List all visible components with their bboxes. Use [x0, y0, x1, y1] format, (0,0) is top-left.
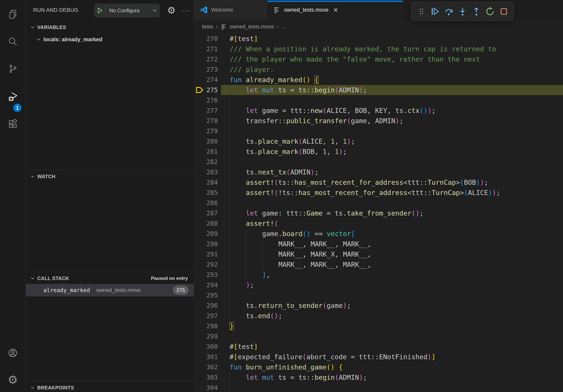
code-line[interactable]: 276: [194, 95, 563, 105]
line-number[interactable]: 290: [200, 239, 218, 249]
line-number[interactable]: 288: [200, 218, 218, 229]
debug-settings-gear-icon[interactable]: ⚙: [164, 3, 179, 18]
code-line[interactable]: 285assert!(!ts::has_most_recent_for_addr…: [194, 187, 563, 198]
account-icon[interactable]: [0, 342, 26, 364]
toolbar-drag-grip[interactable]: [416, 6, 426, 17]
line-number[interactable]: 298: [200, 321, 218, 331]
line-number[interactable]: 278: [200, 116, 218, 126]
code-line[interactable]: 290MARK__, MARK__, MARK__,: [194, 239, 563, 249]
line-number[interactable]: 277: [200, 105, 218, 116]
code-line[interactable]: 275let mut ts = ts::begin(ADMIN);: [194, 85, 563, 95]
line-number[interactable]: 272: [200, 54, 218, 64]
code-line[interactable]: 300#[test]: [194, 341, 563, 352]
line-number[interactable]: 287: [200, 208, 218, 218]
line-number[interactable]: 303: [200, 372, 218, 382]
code-line[interactable]: 279: [194, 126, 563, 136]
line-number[interactable]: 302: [200, 362, 218, 372]
code-line[interactable]: 302fun burn_unfinished_game() {: [194, 362, 563, 372]
line-number[interactable]: 281: [200, 146, 218, 157]
section-variables-header[interactable]: VARIABLES: [26, 22, 194, 32]
line-number[interactable]: 289: [200, 229, 218, 239]
restart-button[interactable]: [485, 6, 495, 17]
line-number[interactable]: 295: [200, 290, 218, 301]
section-breakpoints-header[interactable]: BREAKPOINTS: [26, 382, 194, 392]
code-line[interactable]: 273/// player.: [194, 64, 563, 75]
code-line[interactable]: 292MARK__, MARK__, MARK__,: [194, 259, 563, 270]
code-line[interactable]: 287let game: ttt::Game = ts.take_from_se…: [194, 208, 563, 218]
code-line[interactable]: 280ts.place_mark(ALICE, 1, 1);: [194, 136, 563, 146]
source-control-icon[interactable]: [0, 58, 26, 79]
code-line[interactable]: 284assert!(ts::has_most_recent_for_addre…: [194, 177, 563, 187]
section-callstack-header[interactable]: CALL STACK Paused on entry: [26, 273, 194, 283]
stop-button[interactable]: [499, 6, 509, 17]
line-number[interactable]: 282: [200, 157, 218, 167]
callstack-frame-row[interactable]: already_marked owned_tests.move 275: [26, 284, 194, 297]
line-number[interactable]: 293: [200, 270, 218, 280]
line-number[interactable]: 273: [200, 64, 218, 75]
settings-gear-icon[interactable]: ⚙: [0, 369, 26, 391]
line-number[interactable]: 292: [200, 259, 218, 270]
code-line[interactable]: 283ts.next_tx(ADMIN);: [194, 167, 563, 177]
section-watch-header[interactable]: WATCH: [26, 171, 194, 182]
run-debug-icon[interactable]: 1: [0, 86, 26, 108]
code-line[interactable]: 274fun already_marked() {: [194, 75, 563, 85]
line-number[interactable]: 296: [200, 301, 218, 311]
code-line[interactable]: 289game.board() == vector[: [194, 229, 563, 239]
line-number[interactable]: 301: [200, 352, 218, 362]
search-icon[interactable]: [0, 31, 26, 52]
breadcrumb-item-tests[interactable]: tests: [202, 24, 213, 30]
line-number[interactable]: 283: [200, 167, 218, 177]
breadcrumb-item-symbol[interactable]: ...: [282, 24, 286, 30]
code-line[interactable]: 270#[test]: [194, 34, 563, 44]
code-line[interactable]: 278transfer::public_transfer(game, ADMIN…: [194, 116, 563, 126]
code-line[interactable]: 303let mut ts = ts::begin(ADMIN);: [194, 372, 563, 382]
tab-owned-tests[interactable]: owned_tests.move ✕: [268, 0, 403, 20]
explorer-icon[interactable]: [0, 3, 26, 25]
extensions-icon[interactable]: [0, 113, 26, 135]
line-number[interactable]: 300: [200, 341, 218, 352]
tab-welcome[interactable]: Welcome: [194, 0, 268, 20]
continue-button[interactable]: [430, 6, 440, 17]
code-line[interactable]: 277let game = ttt::new(ALICE, BOB, KEY, …: [194, 105, 563, 116]
code-line[interactable]: 301#[expected_failure(abort_code = ttt::…: [194, 352, 563, 362]
code-line[interactable]: 294);: [194, 280, 563, 290]
line-number[interactable]: 284: [200, 177, 218, 187]
code-line[interactable]: 291MARK__, MARK_X, MARK__,: [194, 249, 563, 259]
step-into-button[interactable]: [458, 6, 468, 17]
line-number[interactable]: 304: [200, 382, 218, 392]
breadcrumb-item-file[interactable]: owned_tests.move: [220, 23, 274, 30]
line-number[interactable]: 280: [200, 136, 218, 146]
line-number[interactable]: 291: [200, 249, 218, 259]
code-line[interactable]: 272/// the player who made the "false" m…: [194, 54, 563, 64]
line-number[interactable]: 275: [200, 85, 218, 95]
line-number[interactable]: 279: [200, 126, 218, 136]
code-line[interactable]: 295: [194, 290, 563, 301]
step-out-button[interactable]: [471, 6, 482, 17]
debug-config-dropdown[interactable]: No Configura: [94, 3, 160, 17]
code-line[interactable]: 293],: [194, 270, 563, 280]
code-line[interactable]: 297ts.end();: [194, 311, 563, 321]
start-debugging-button[interactable]: [94, 3, 106, 17]
code-line[interactable]: 296ts.return_to_sender(game);: [194, 301, 563, 311]
line-number[interactable]: 274: [200, 75, 218, 85]
line-number[interactable]: 299: [200, 331, 218, 341]
code-line[interactable]: 298}: [194, 321, 563, 331]
line-number[interactable]: 270: [200, 34, 218, 44]
step-over-button[interactable]: [444, 6, 454, 17]
code-line[interactable]: 304: [194, 382, 563, 392]
code-line[interactable]: 288assert!(: [194, 218, 563, 229]
more-actions-icon[interactable]: ···: [179, 3, 193, 18]
close-icon[interactable]: ✕: [333, 7, 338, 13]
variables-scope-row[interactable]: locals: already_marked: [26, 34, 194, 45]
line-number[interactable]: 276: [200, 95, 218, 105]
code-line[interactable]: 286: [194, 198, 563, 208]
code-line[interactable]: 281ts.place_mark(BOB, 1, 1);: [194, 146, 563, 157]
code-line[interactable]: 299: [194, 331, 563, 341]
code-line[interactable]: 271/// When a position is already marked…: [194, 44, 563, 54]
code-line[interactable]: 282: [194, 157, 563, 167]
line-number[interactable]: 285: [200, 187, 218, 198]
line-number[interactable]: 297: [200, 311, 218, 321]
line-number[interactable]: 271: [200, 44, 218, 54]
line-number[interactable]: 286: [200, 198, 218, 208]
line-number[interactable]: 294: [200, 280, 218, 290]
